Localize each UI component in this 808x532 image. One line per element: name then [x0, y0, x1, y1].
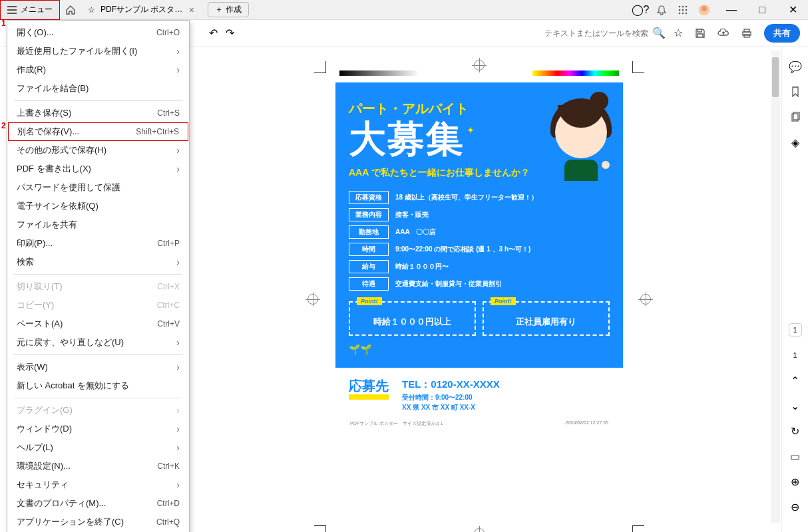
- apply-heading: 応募先: [349, 378, 389, 400]
- menu-security[interactable]: セキュリティ: [7, 475, 189, 494]
- svg-point-4: [682, 9, 684, 11]
- search-box[interactable]: 🔍: [542, 27, 666, 39]
- menu-save-as[interactable]: 別名で保存(V)...Shift+Ctrl+S: [8, 122, 188, 141]
- info-table: 応募資格18 歳以上（高校生可、学生フリーター歓迎！）業務内容接客・販売勤務地A…: [349, 191, 610, 291]
- right-rail: 💬 ◈ 1 1 ⌃ ⌄ ↻ ▭ ⊕ ⊖: [781, 47, 808, 532]
- menu-separator: [14, 100, 182, 101]
- menu-prefs[interactable]: 環境設定(N)...Ctrl+K: [7, 457, 189, 475]
- svg-point-10: [702, 6, 707, 11]
- search-icon: 🔍: [652, 27, 666, 39]
- menu-undo[interactable]: 元に戻す、やり直しなど(U): [7, 333, 189, 352]
- info-row: 待遇交通費支給・制服貸与・従業員割引: [349, 277, 610, 291]
- info-row: 勤務地AAA 〇〇店: [349, 225, 610, 239]
- crop-mark-icon: [314, 61, 326, 73]
- tab-close-button[interactable]: ×: [189, 5, 194, 15]
- plus-icon: ＋: [215, 4, 223, 15]
- annotation-1: 1: [1, 19, 6, 28]
- crop-mark-icon: [632, 525, 644, 532]
- rotate-icon[interactable]: ↻: [789, 424, 802, 438]
- registration-mark-icon: [474, 60, 485, 70]
- title-bar-icons: ◯?: [634, 3, 716, 16]
- undo-button[interactable]: ↶: [209, 27, 218, 39]
- home-button[interactable]: [60, 0, 81, 20]
- bell-icon[interactable]: [655, 5, 668, 15]
- cloud-upload-icon[interactable]: [717, 29, 729, 38]
- layers-panel-icon[interactable]: ◈: [789, 136, 802, 149]
- menu-esign[interactable]: 電子サインを依頼(Q): [7, 197, 189, 215]
- registration-mark-icon: [474, 528, 485, 532]
- document-canvas[interactable]: パート・アルバイト 大募集✦ AAA で私たちと一緒にお仕事しませんか？ 応募資…: [193, 47, 781, 532]
- vertical-scrollbar[interactable]: [771, 51, 780, 523]
- star-tool-icon[interactable]: ☆: [674, 27, 683, 39]
- maximize-button[interactable]: □: [747, 0, 777, 20]
- minimize-button[interactable]: —: [716, 0, 747, 20]
- document-tab[interactable]: ☆ PDFサンプル ポスター ... ×: [81, 0, 201, 20]
- svg-point-1: [682, 5, 684, 7]
- info-value: 18 歳以上（高校生可、学生フリーター歓迎！）: [395, 193, 538, 202]
- svg-point-7: [682, 12, 684, 14]
- menu-paste[interactable]: ペースト(A)Ctrl+V: [7, 315, 189, 333]
- menu-props[interactable]: 文書のプロパティ(M)...Ctrl+D: [7, 494, 189, 513]
- share-button[interactable]: 共有: [764, 24, 800, 43]
- info-row: 応募資格18 歳以上（高校生可、学生フリーター歓迎！）: [349, 191, 610, 204]
- scrollbar-thumb[interactable]: [772, 57, 779, 97]
- title-bar: メニュー ☆ PDFサンプル ポスター ... × ＋ 作成 ◯? — □ ✕: [0, 0, 808, 20]
- menu-share-file[interactable]: ファイルを共有: [7, 215, 189, 234]
- comment-panel-icon[interactable]: 💬: [789, 60, 802, 73]
- menu-export[interactable]: PDF を書き出し(X): [7, 160, 189, 178]
- page-total: 1: [789, 348, 802, 362]
- profile-avatar[interactable]: [698, 4, 711, 16]
- bookmark-panel-icon[interactable]: [789, 85, 802, 98]
- menu-window[interactable]: ウィンドウ(D): [7, 420, 189, 438]
- apps-grid-icon[interactable]: [676, 5, 690, 15]
- menu-create[interactable]: 作成(R): [7, 61, 189, 79]
- menu-recent[interactable]: 最近使用したファイルを開く(I): [7, 42, 189, 61]
- save-icon[interactable]: [695, 28, 706, 39]
- point-box-2: Point! 正社員雇用有り: [483, 301, 610, 336]
- menu-save[interactable]: 上書き保存(S)Ctrl+S: [7, 104, 189, 122]
- menu-search[interactable]: 検索: [7, 253, 189, 271]
- info-row: 時間9:00〜22:00 の間で応相談 (週 1 、3 h〜可！): [349, 243, 610, 256]
- menu-save-other[interactable]: その他の形式で保存(H): [7, 141, 189, 160]
- zoom-out-icon[interactable]: ⊖: [789, 500, 802, 513]
- menu-disable-new[interactable]: 新しい Acrobat を無効にする: [7, 376, 189, 395]
- info-value: 9:00〜22:00 の間で応相談 (週 1 、3 h〜可！): [395, 245, 530, 254]
- menu-quit[interactable]: アプリケーションを終了(C)Ctrl+Q: [7, 513, 189, 531]
- info-label: 業務内容: [349, 208, 389, 221]
- menu-plugin: プラグイン(G): [7, 401, 189, 420]
- registration-mark-icon: [307, 294, 318, 305]
- info-label: 応募資格: [349, 191, 389, 204]
- tab-title: PDFサンプル ポスター ...: [101, 4, 184, 15]
- print-icon[interactable]: [741, 28, 752, 39]
- menu-button-label: メニュー: [21, 4, 53, 15]
- hamburger-menu-button[interactable]: メニュー: [0, 0, 60, 20]
- info-label: 給与: [349, 260, 389, 273]
- fit-page-icon[interactable]: ▭: [789, 450, 802, 463]
- svg-point-3: [679, 9, 681, 11]
- create-button[interactable]: ＋ 作成: [208, 2, 249, 17]
- info-value: 接客・販売: [395, 210, 429, 219]
- search-input[interactable]: [542, 29, 648, 38]
- info-label: 待遇: [349, 277, 389, 291]
- help-icon[interactable]: ◯?: [634, 3, 647, 16]
- menu-combine[interactable]: ファイルを結合(B): [7, 79, 189, 98]
- svg-point-8: [686, 12, 688, 14]
- page-up-icon[interactable]: ⌃: [789, 374, 802, 387]
- menu-view[interactable]: 表示(W): [7, 358, 189, 376]
- info-label: 勤務地: [349, 225, 389, 239]
- zoom-in-icon[interactable]: ⊕: [789, 475, 802, 488]
- menu-open[interactable]: 開く(O)...Ctrl+O: [7, 23, 189, 42]
- info-row: 業務内容接客・販売: [349, 208, 610, 221]
- redo-button[interactable]: ↷: [226, 27, 234, 39]
- page-down-icon[interactable]: ⌄: [789, 399, 802, 412]
- create-label: 作成: [226, 4, 242, 15]
- menu-cut: 切り取り(T)Ctrl+X: [7, 277, 189, 296]
- menu-protect[interactable]: パスワードを使用して保護: [7, 178, 189, 197]
- menu-print[interactable]: 印刷(P)...Ctrl+P: [7, 234, 189, 253]
- menu-separator: [14, 274, 182, 275]
- pages-panel-icon[interactable]: [789, 110, 802, 124]
- page-number-display: 1: [789, 323, 802, 336]
- close-window-button[interactable]: ✕: [777, 0, 808, 20]
- menu-help[interactable]: ヘルプ(L): [7, 438, 189, 457]
- staff-illustration-icon: [555, 106, 607, 181]
